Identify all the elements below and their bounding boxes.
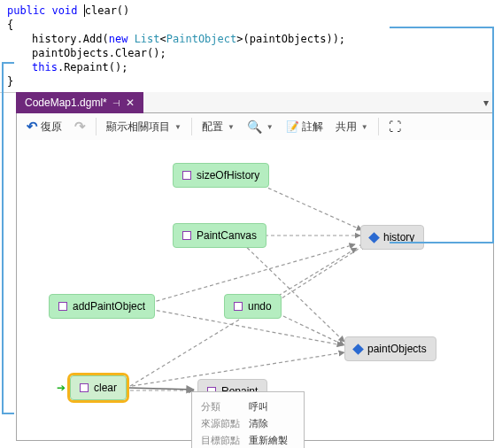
redo-icon: ↷ [74, 119, 86, 135]
type-list: List [135, 33, 160, 45]
paren: () [117, 4, 129, 17]
method-icon [80, 383, 89, 392]
node-addpaintobject[interactable]: addPaintObject [49, 294, 155, 319]
callout-bracket-right [390, 27, 494, 243]
undo-button[interactable]: ↶復原 [22, 116, 66, 137]
edge-tooltip: 分類呼叫 來源節點清除 目標節點重新繪製 [191, 391, 305, 448]
brace-open: { [7, 18, 365, 32]
kw-this: this [32, 61, 58, 73]
code-line-1c: (paintObjects)); [243, 33, 345, 45]
close-icon[interactable]: ✕ [126, 97, 135, 109]
redo-button[interactable]: ↷ [70, 116, 90, 137]
code-line-3: .Repaint(); [58, 61, 127, 73]
code-editor: public void clear() { history.Add(new Li… [0, 0, 372, 93]
method-icon [182, 171, 191, 180]
kw-void: void [52, 4, 78, 17]
callout-bracket-left [2, 62, 14, 414]
show-related-button[interactable]: 顯示相關項目▼ [102, 117, 186, 137]
method-icon [234, 302, 243, 311]
undo-icon: ↶ [27, 119, 38, 135]
node-undo[interactable]: undo [224, 294, 282, 319]
code-line-2: paintObjects.Clear(); [7, 46, 365, 60]
zoom-icon: 🔍 [247, 120, 262, 134]
tab-codemap[interactable]: CodeMap1.dgml* ⊣ ✕ [16, 92, 143, 113]
tab-label: CodeMap1.dgml* [25, 97, 107, 109]
layout-button[interactable]: 配置▼ [197, 117, 239, 137]
method-icon [58, 302, 67, 311]
share-button[interactable]: 共用▼ [331, 117, 373, 137]
field-icon [368, 232, 380, 243]
pin-icon[interactable]: ⊣ [112, 98, 120, 108]
kw-public: public [7, 4, 45, 17]
method-name: clear [85, 4, 117, 17]
node-paintcanvas[interactable]: PaintCanvas [173, 223, 266, 248]
brace-close: } [7, 74, 365, 89]
node-sizeofhistory[interactable]: sizeOfHistory [173, 163, 269, 188]
type-paintobject: PaintObject [166, 33, 236, 45]
kw-new: new [109, 33, 128, 45]
field-icon [352, 344, 364, 355]
code-line-1a: history.Add( [32, 33, 109, 45]
entry-arrow-icon: ➔ [57, 382, 66, 394]
comment-button[interactable]: 📝註解 [282, 117, 328, 137]
comment-icon: 📝 [286, 120, 299, 133]
zoom-button[interactable]: 🔍▼ [243, 117, 278, 136]
method-icon [182, 231, 191, 240]
node-clear[interactable]: ➔ clear [70, 375, 127, 400]
node-paintobjects[interactable]: paintObjects [344, 336, 436, 361]
